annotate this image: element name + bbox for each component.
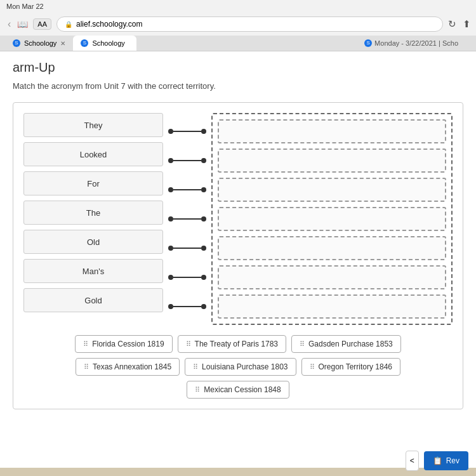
line-0 bbox=[173, 131, 201, 132]
tab-2-icon: S bbox=[81, 39, 88, 47]
browser-actions: ↻ ⬆ bbox=[448, 18, 471, 30]
tab-1-icon: S bbox=[13, 39, 20, 47]
share-button[interactable]: ⬆ bbox=[463, 18, 471, 30]
dot-right-0 bbox=[201, 129, 206, 134]
line-3 bbox=[173, 218, 201, 220]
drag-handle-louisiana: ⠿ bbox=[193, 363, 198, 371]
line-6 bbox=[173, 306, 201, 307]
refresh-button[interactable]: ↻ bbox=[448, 18, 456, 30]
lock-icon: 🔒 bbox=[65, 21, 72, 28]
drop-slot-5[interactable] bbox=[218, 265, 446, 289]
left-item-old: Old bbox=[23, 230, 163, 254]
dot-right-6 bbox=[201, 304, 206, 309]
matching-area: They Looked For The Old Man's Go bbox=[23, 113, 453, 325]
dot-left-4 bbox=[168, 246, 173, 251]
connector-6 bbox=[168, 294, 206, 319]
review-button[interactable]: 📋 Rev bbox=[424, 451, 468, 470]
drop-slot-1[interactable] bbox=[218, 149, 446, 173]
connector-3 bbox=[168, 207, 206, 231]
connector-2 bbox=[168, 178, 206, 202]
dot-right-1 bbox=[201, 158, 206, 163]
tab-1[interactable]: S Schoology ✕ bbox=[5, 36, 73, 51]
drag-handle-treaty: ⠿ bbox=[186, 340, 191, 348]
tab-3-label: Monday - 3/22/2021 | Scho bbox=[374, 39, 458, 47]
tile-mexican[interactable]: ⠿ Mexican Cession 1848 bbox=[187, 381, 289, 399]
line-5 bbox=[173, 277, 201, 278]
browser-nav: ‹ 📖 bbox=[5, 18, 28, 30]
tile-florida-label: Florida Cession 1819 bbox=[92, 340, 164, 348]
tile-oregon-label: Oregon Territory 1846 bbox=[319, 362, 393, 371]
url-text: alief.schoology.com bbox=[76, 20, 143, 29]
tile-treaty[interactable]: ⠿ The Treaty of Paris 1783 bbox=[178, 335, 286, 353]
address-bar-container: AA 🔒 alief.schoology.com bbox=[33, 17, 443, 32]
left-column: They Looked For The Old Man's Go bbox=[23, 113, 163, 325]
tab-2-label: Schoology bbox=[92, 39, 124, 47]
dot-right-2 bbox=[201, 187, 206, 192]
tab-3-icon: S bbox=[364, 39, 372, 47]
back-button[interactable]: ‹ bbox=[5, 18, 13, 30]
drag-handle-mexican: ⠿ bbox=[195, 386, 200, 394]
tile-texas-label: Texas Annexation 1845 bbox=[93, 362, 171, 371]
drag-handle-florida: ⠿ bbox=[83, 340, 88, 348]
connector-5 bbox=[168, 265, 206, 289]
address-bar[interactable]: 🔒 alief.schoology.com bbox=[56, 17, 443, 32]
tile-mexican-label: Mexican Cession 1848 bbox=[204, 385, 281, 394]
left-item-mans: Man's bbox=[23, 259, 163, 283]
dot-left-3 bbox=[168, 216, 173, 221]
tile-texas[interactable]: ⠿ Texas Annexation 1845 bbox=[76, 358, 180, 376]
left-item-looked: Looked bbox=[23, 142, 163, 166]
bottom-bar: < 📋 Rev bbox=[398, 446, 476, 476]
review-label: Rev bbox=[446, 456, 459, 465]
tile-florida[interactable]: ⠿ Florida Cession 1819 bbox=[75, 335, 172, 353]
line-4 bbox=[173, 248, 201, 249]
dot-left-5 bbox=[168, 275, 173, 280]
connector-1 bbox=[168, 149, 206, 173]
dot-right-3 bbox=[201, 216, 206, 221]
drop-slot-2[interactable] bbox=[218, 178, 446, 202]
status-date: Mon Mar 22 bbox=[6, 3, 44, 10]
left-item-the: The bbox=[23, 201, 163, 225]
connector-4 bbox=[168, 236, 206, 260]
dot-left-6 bbox=[168, 304, 173, 309]
dot-left-1 bbox=[168, 158, 173, 163]
tile-oregon[interactable]: ⠿ Oregon Territory 1846 bbox=[301, 358, 401, 376]
tile-gadsden[interactable]: ⠿ Gadsden Purchase 1853 bbox=[291, 335, 401, 353]
left-item-gold: Gold bbox=[23, 288, 163, 312]
browser-chrome: ‹ 📖 AA 🔒 alief.schoology.com ↻ ⬆ S Schoo… bbox=[0, 13, 476, 51]
tile-treaty-label: The Treaty of Paris 1783 bbox=[195, 340, 278, 348]
drag-handle-gadsden: ⠿ bbox=[300, 340, 305, 348]
tabs-bar: S Schoology ✕ S Schoology S Monday - 3/2… bbox=[0, 36, 476, 51]
dot-right-5 bbox=[201, 275, 206, 280]
bookmarks-icon: 📖 bbox=[17, 19, 28, 29]
tab-1-close[interactable]: ✕ bbox=[60, 40, 65, 47]
left-item-they: They bbox=[23, 113, 163, 137]
dot-left-0 bbox=[168, 129, 173, 134]
content-area: arm-Up Match the acronym from Unit 7 wit… bbox=[0, 51, 476, 468]
connectors bbox=[163, 113, 211, 325]
tile-louisiana-label: Louisiana Purchase 1803 bbox=[202, 362, 288, 371]
review-icon: 📋 bbox=[433, 456, 442, 465]
drag-handle-oregon: ⠿ bbox=[310, 363, 315, 371]
line-2 bbox=[173, 189, 201, 190]
line-1 bbox=[173, 160, 201, 161]
right-drop-zone[interactable] bbox=[211, 113, 453, 325]
tab-2[interactable]: S Schoology bbox=[73, 36, 136, 51]
page-title: arm-Up bbox=[13, 60, 463, 75]
browser-toolbar: ‹ 📖 AA 🔒 alief.schoology.com ↻ ⬆ bbox=[0, 13, 476, 36]
drop-slot-3[interactable] bbox=[218, 207, 446, 231]
matching-container: They Looked For The Old Man's Go bbox=[13, 102, 463, 409]
left-item-for: For bbox=[23, 171, 163, 195]
dot-left-2 bbox=[168, 187, 173, 192]
drop-slot-4[interactable] bbox=[218, 236, 446, 260]
dot-right-4 bbox=[201, 246, 206, 251]
font-size-button[interactable]: AA bbox=[33, 18, 51, 30]
page-subtitle: Match the acronym from Unit 7 with the c… bbox=[13, 81, 463, 91]
collapse-button[interactable]: < bbox=[406, 451, 419, 471]
status-bar: Mon Mar 22 bbox=[0, 0, 476, 13]
tab-3[interactable]: S Monday - 3/22/2021 | Scho bbox=[352, 36, 471, 51]
drop-slot-0[interactable] bbox=[218, 119, 446, 143]
tab-1-label: Schoology bbox=[24, 39, 56, 47]
answer-tiles: ⠿ Florida Cession 1819 ⠿ The Treaty of P… bbox=[23, 335, 453, 399]
drop-slot-6[interactable] bbox=[218, 294, 446, 319]
tile-louisiana[interactable]: ⠿ Louisiana Purchase 1803 bbox=[185, 358, 296, 376]
